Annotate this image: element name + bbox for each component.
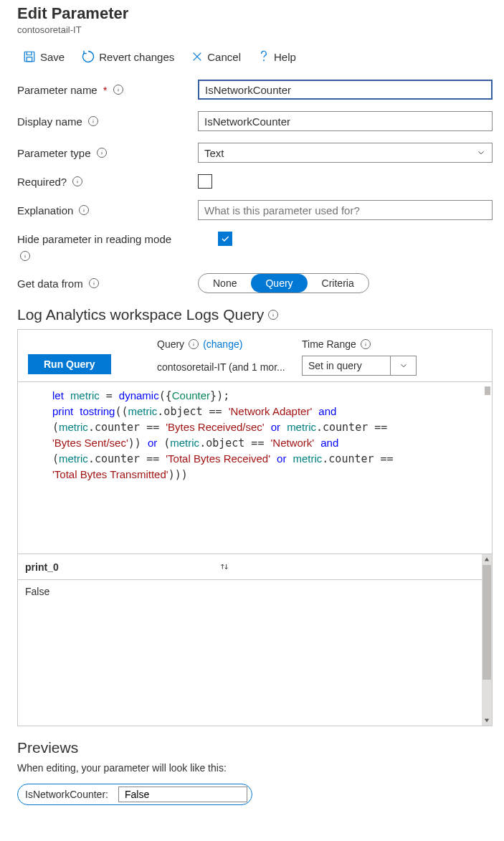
time-range-label: Time Range	[302, 338, 371, 350]
page-subtitle: contosoretail-IT	[17, 24, 493, 35]
info-icon[interactable]	[72, 176, 82, 186]
results-scrollbar[interactable]	[482, 554, 492, 726]
preview-pill: IsNetworkCounter:	[17, 784, 252, 805]
scrollbar-thumb[interactable]	[485, 386, 490, 395]
time-range-value: Set in query	[303, 360, 390, 371]
save-icon	[23, 50, 36, 63]
undo-icon	[82, 50, 95, 63]
display-name-input[interactable]	[198, 111, 493, 131]
chevron-down-icon	[476, 148, 486, 158]
cancel-button[interactable]: Cancel	[191, 51, 241, 63]
param-type-select[interactable]: Text	[198, 143, 493, 163]
param-type-label: Parameter type	[17, 147, 198, 159]
chevron-down-icon	[390, 356, 416, 375]
help-button[interactable]: Help	[258, 49, 296, 64]
info-icon[interactable]	[88, 116, 98, 126]
info-icon[interactable]	[20, 251, 30, 261]
run-query-button[interactable]: Run Query	[28, 354, 111, 374]
results-column-header[interactable]: print_0	[25, 561, 219, 573]
info-icon[interactable]	[89, 278, 99, 288]
info-icon[interactable]	[97, 148, 107, 158]
previews-text: When editing, your parameter will look l…	[17, 762, 493, 774]
check-icon	[220, 234, 230, 244]
scrollbar-thumb[interactable]	[482, 565, 491, 680]
seg-query[interactable]: Query	[251, 274, 307, 293]
time-range-select[interactable]: Set in query	[302, 356, 417, 376]
revert-label: Revert changes	[99, 51, 174, 63]
query-editor[interactable]: let metric = dynamic({Counter}); print t…	[18, 381, 492, 553]
param-name-input[interactable]	[198, 80, 493, 100]
explanation-label: Explanation	[17, 204, 198, 217]
query-section-title: Log Analytics workspace Logs Query	[17, 306, 493, 323]
query-box: Query (change) Time Range Run Query cont…	[17, 329, 493, 726]
previews-title: Previews	[17, 739, 493, 756]
change-scope-link[interactable]: (change)	[203, 338, 242, 350]
sort-icon[interactable]	[219, 562, 230, 572]
preview-pill-input[interactable]	[118, 787, 247, 802]
preview-pill-label: IsNetworkCounter:	[18, 789, 115, 800]
svg-point-2	[264, 60, 265, 61]
info-icon[interactable]	[189, 339, 199, 349]
query-label: Query (change)	[157, 338, 242, 350]
seg-none[interactable]: None	[199, 274, 251, 293]
get-data-segmented: None Query Criteria	[198, 273, 369, 293]
svg-rect-0	[24, 52, 34, 62]
help-label: Help	[274, 51, 296, 63]
svg-rect-1	[27, 57, 32, 62]
info-icon[interactable]	[361, 339, 371, 349]
help-icon	[258, 49, 270, 64]
page-title: Edit Parameter	[17, 4, 493, 23]
info-icon[interactable]	[79, 205, 89, 215]
scroll-up-icon[interactable]	[482, 554, 492, 564]
hide-param-label: Hide parameter in reading mode	[17, 233, 218, 245]
toolbar: Save Revert changes Cancel Help	[17, 49, 493, 64]
save-label: Save	[40, 51, 65, 63]
query-scope: contosoretail-IT (and 1 mor...	[157, 361, 285, 373]
seg-criteria[interactable]: Criteria	[308, 274, 369, 293]
display-name-label: Display name	[17, 115, 198, 128]
param-name-label: Parameter name*	[17, 84, 198, 96]
required-checkbox[interactable]	[198, 174, 212, 189]
save-button[interactable]: Save	[23, 50, 65, 63]
explanation-input[interactable]	[198, 200, 493, 220]
hide-param-checkbox[interactable]	[218, 232, 232, 246]
form: Parameter name* Display name Parameter t…	[17, 80, 493, 293]
close-icon	[191, 51, 203, 62]
info-icon[interactable]	[113, 85, 123, 95]
get-data-label: Get data from	[17, 277, 198, 290]
param-type-value: Text	[204, 147, 224, 159]
required-label: Required?	[17, 176, 198, 188]
query-results: print_0 False	[18, 553, 492, 726]
revert-button[interactable]: Revert changes	[82, 50, 174, 63]
results-row[interactable]: False	[18, 580, 492, 604]
cancel-label: Cancel	[207, 51, 241, 63]
scroll-down-icon[interactable]	[482, 716, 492, 726]
info-icon[interactable]	[268, 310, 278, 320]
